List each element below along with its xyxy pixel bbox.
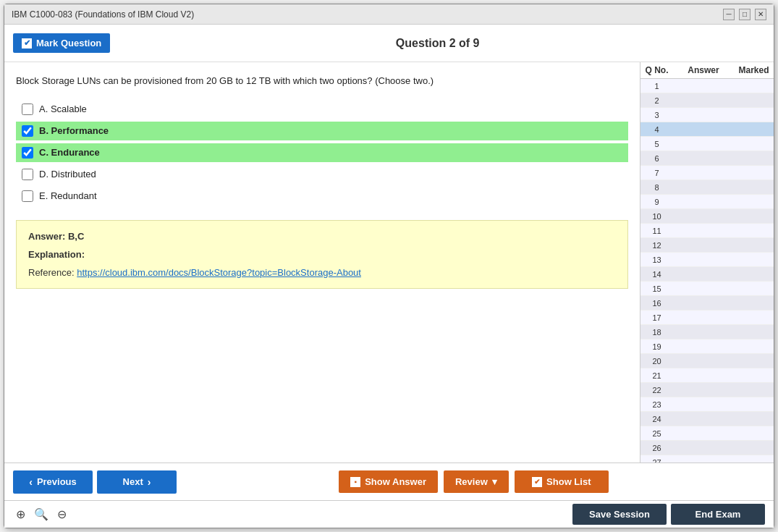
sidebar-row[interactable]: 26 bbox=[640, 441, 774, 455]
zoom-in-button[interactable]: ⊕ bbox=[13, 506, 28, 523]
next-arrow-icon: › bbox=[148, 476, 151, 488]
maximize-button[interactable]: □ bbox=[739, 9, 750, 20]
option-checkbox-e[interactable] bbox=[22, 190, 33, 202]
sidebar-row[interactable]: 22 bbox=[640, 383, 774, 397]
show-answer-check-icon: ▪ bbox=[350, 477, 360, 487]
sidebar-row[interactable]: 19 bbox=[640, 339, 774, 354]
sidebar-row[interactable]: 7 bbox=[640, 166, 774, 180]
close-button[interactable]: ✕ bbox=[755, 9, 766, 20]
sidebar-row[interactable]: 27 bbox=[640, 455, 774, 463]
sidebar-row[interactable]: 18 bbox=[640, 325, 774, 339]
sidebar-row[interactable]: 20 bbox=[640, 354, 774, 368]
show-answer-button[interactable]: ▪ Show Answer bbox=[339, 470, 438, 493]
sidebar-body[interactable]: 1234567891011121314151617181920212223242… bbox=[640, 79, 774, 463]
sidebar-cell-qno: 6 bbox=[640, 154, 673, 163]
reference-url[interactable]: https://cloud.ibm.com/docs/BlockStorage?… bbox=[77, 267, 361, 278]
sidebar-row[interactable]: 25 bbox=[640, 426, 774, 441]
bottom-right: Save Session End Exam bbox=[572, 504, 765, 525]
reference-line: Reference: https://cloud.ibm.com/docs/Bl… bbox=[28, 267, 616, 278]
sidebar-cell-qno: 17 bbox=[640, 313, 673, 322]
option-checkbox-b[interactable] bbox=[22, 125, 33, 137]
sidebar-row[interactable]: 17 bbox=[640, 311, 774, 325]
sidebar-row[interactable]: 11 bbox=[640, 224, 774, 238]
sidebar-cell-qno: 1 bbox=[640, 82, 673, 90]
sidebar-row[interactable]: 21 bbox=[640, 368, 774, 383]
sidebar-cell-qno: 5 bbox=[640, 140, 673, 148]
previous-label: Previous bbox=[37, 476, 77, 487]
option-item-a[interactable]: A. Scalable bbox=[16, 100, 628, 119]
sidebar-cell-qno: 2 bbox=[640, 96, 673, 105]
show-answer-label: Show Answer bbox=[365, 476, 426, 487]
sidebar-cell-qno: 3 bbox=[640, 111, 673, 119]
window-controls: ─ □ ✕ bbox=[723, 9, 766, 20]
previous-button[interactable]: ‹ Previous bbox=[13, 470, 93, 494]
sidebar-header: Q No. Answer Marked bbox=[640, 62, 774, 79]
show-list-button[interactable]: ✔ Show List bbox=[515, 470, 609, 493]
end-exam-button[interactable]: End Exam bbox=[671, 504, 765, 525]
sidebar-row[interactable]: 14 bbox=[640, 267, 774, 282]
option-item-c[interactable]: C. Endurance bbox=[16, 143, 628, 162]
sidebar-row[interactable]: 24 bbox=[640, 412, 774, 426]
option-label-d: D. Distributed bbox=[39, 169, 96, 180]
zoom-controls: ⊕ 🔍 ⊖ bbox=[13, 506, 69, 523]
show-list-check-icon: ✔ bbox=[532, 477, 542, 487]
sidebar-row[interactable]: 9 bbox=[640, 195, 774, 209]
option-label-b: B. Performance bbox=[39, 125, 109, 136]
bottom-bar: ⊕ 🔍 ⊖ Save Session End Exam bbox=[4, 500, 774, 528]
sidebar-cell-qno: 19 bbox=[640, 342, 673, 351]
sidebar-col-answer: Answer bbox=[673, 65, 734, 75]
title-bar: IBM C1000-083 (Foundations of IBM Cloud … bbox=[4, 4, 774, 25]
option-checkbox-d[interactable] bbox=[22, 169, 33, 180]
reference-label: Reference: bbox=[28, 267, 75, 278]
question-title: Question 2 of 9 bbox=[110, 37, 765, 50]
sidebar-cell-qno: 13 bbox=[640, 256, 673, 264]
sidebar-cell-qno: 15 bbox=[640, 284, 673, 293]
sidebar-row[interactable]: 6 bbox=[640, 151, 774, 166]
sidebar-row[interactable]: 15 bbox=[640, 282, 774, 296]
sidebar-row[interactable]: 13 bbox=[640, 253, 774, 267]
sidebar-row[interactable]: 3 bbox=[640, 108, 774, 122]
minimize-button[interactable]: ─ bbox=[723, 9, 735, 20]
option-checkbox-a[interactable] bbox=[22, 104, 33, 115]
footer-left: ‹ Previous Next › bbox=[13, 470, 177, 494]
next-button[interactable]: Next › bbox=[97, 470, 177, 494]
answer-text: Answer: B,C bbox=[28, 231, 84, 242]
sidebar-cell-qno: 24 bbox=[640, 415, 673, 423]
question-text: Block Storage LUNs can be provisioned fr… bbox=[16, 74, 628, 88]
sidebar-row[interactable]: 2 bbox=[640, 93, 774, 108]
review-button[interactable]: Review ▾ bbox=[444, 470, 509, 493]
sidebar-cell-qno: 18 bbox=[640, 328, 673, 337]
sidebar-row[interactable]: 5 bbox=[640, 137, 774, 151]
sidebar-row[interactable]: 12 bbox=[640, 238, 774, 253]
zoom-normal-button[interactable]: 🔍 bbox=[31, 506, 51, 523]
sidebar-col-qno: Q No. bbox=[640, 65, 673, 75]
sidebar-cell-qno: 4 bbox=[640, 125, 673, 134]
sidebar-cell-qno: 20 bbox=[640, 357, 673, 366]
save-session-button[interactable]: Save Session bbox=[572, 504, 667, 525]
main-panel: Block Storage LUNs can be provisioned fr… bbox=[4, 62, 640, 463]
sidebar-cell-qno: 8 bbox=[640, 183, 673, 192]
zoom-out-button[interactable]: ⊖ bbox=[54, 506, 69, 523]
sidebar-row[interactable]: 10 bbox=[640, 209, 774, 224]
sidebar-row[interactable]: 1 bbox=[640, 79, 774, 93]
mark-question-button[interactable]: ✔ Mark Question bbox=[13, 33, 110, 53]
answer-box: Answer: B,C Explanation: Reference: http… bbox=[16, 220, 628, 289]
sidebar-row[interactable]: 16 bbox=[640, 296, 774, 311]
next-label: Next bbox=[123, 476, 143, 487]
option-item-e[interactable]: E. Redundant bbox=[16, 187, 628, 206]
option-item-d[interactable]: D. Distributed bbox=[16, 165, 628, 184]
sidebar-cell-qno: 14 bbox=[640, 270, 673, 279]
explanation-line: Explanation: bbox=[28, 249, 616, 260]
sidebar-row[interactable]: 4 bbox=[640, 122, 774, 137]
sidebar-cell-qno: 9 bbox=[640, 198, 673, 206]
explanation-label: Explanation: bbox=[28, 249, 85, 260]
options-list: A. ScalableB. PerformanceC. EnduranceD. … bbox=[16, 100, 628, 206]
sidebar-row[interactable]: 23 bbox=[640, 397, 774, 412]
sidebar-row[interactable]: 8 bbox=[640, 180, 774, 195]
option-checkbox-c[interactable] bbox=[22, 147, 33, 159]
sidebar-cell-qno: 23 bbox=[640, 400, 673, 409]
mark-checkbox-icon: ✔ bbox=[22, 38, 32, 48]
option-item-b[interactable]: B. Performance bbox=[16, 122, 628, 140]
header-bar: ✔ Mark Question Question 2 of 9 bbox=[4, 25, 774, 62]
sidebar-cell-qno: 25 bbox=[640, 429, 673, 438]
